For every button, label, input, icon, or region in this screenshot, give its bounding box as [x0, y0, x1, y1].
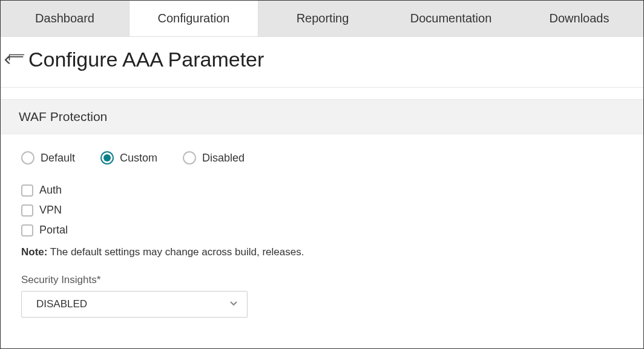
checkbox-vpn[interactable]: VPN: [21, 204, 623, 217]
radio-disabled-label: Disabled: [202, 152, 245, 165]
tab-dashboard[interactable]: Dashboard: [1, 1, 129, 36]
radio-custom-label: Custom: [120, 152, 157, 165]
top-tabs: Dashboard Configuration Reporting Docume…: [1, 1, 643, 37]
radio-custom-circle: [100, 151, 114, 165]
page-title: Configure AAA Parameter: [28, 48, 264, 71]
checkbox-vpn-box: [21, 204, 33, 217]
section-header-waf: WAF Protection: [1, 100, 643, 134]
security-insights-value: DISABLED: [36, 298, 87, 310]
radio-disabled-circle: [183, 151, 196, 165]
checkbox-auth-label: Auth: [39, 184, 62, 197]
note-prefix: Note:: [21, 246, 47, 258]
radio-disabled[interactable]: Disabled: [183, 151, 245, 165]
back-arrow-icon[interactable]: [4, 51, 26, 68]
security-insights-select[interactable]: DISABLED: [21, 291, 248, 318]
security-insights-label: Security Insights*: [21, 274, 623, 286]
note-text: Note: The default settings may change ac…: [21, 246, 623, 258]
chevron-down-icon: [229, 298, 238, 310]
radio-default-label: Default: [41, 152, 75, 165]
tab-reporting[interactable]: Reporting: [258, 1, 387, 36]
radio-default[interactable]: Default: [21, 151, 75, 165]
divider-band: [1, 88, 643, 100]
tab-downloads[interactable]: Downloads: [515, 1, 643, 36]
waf-mode-radio-group: Default Custom Disabled: [21, 151, 623, 165]
page-header: Configure AAA Parameter: [1, 37, 643, 88]
checkbox-portal-box: [21, 224, 33, 236]
radio-default-circle: [21, 151, 34, 165]
tab-configuration[interactable]: Configuration: [129, 1, 258, 36]
section-body-waf: Default Custom Disabled Auth VPN Portal …: [1, 134, 643, 324]
checkbox-auth-box: [21, 184, 33, 197]
note-body: The default settings may change across b…: [47, 246, 304, 258]
checkbox-portal-label: Portal: [39, 224, 68, 236]
tab-documentation[interactable]: Documentation: [387, 1, 515, 36]
checkbox-portal[interactable]: Portal: [21, 224, 623, 236]
checkbox-vpn-label: VPN: [39, 204, 62, 217]
checkbox-auth[interactable]: Auth: [21, 184, 623, 197]
radio-custom[interactable]: Custom: [100, 151, 157, 165]
radio-custom-dot: [104, 154, 111, 161]
